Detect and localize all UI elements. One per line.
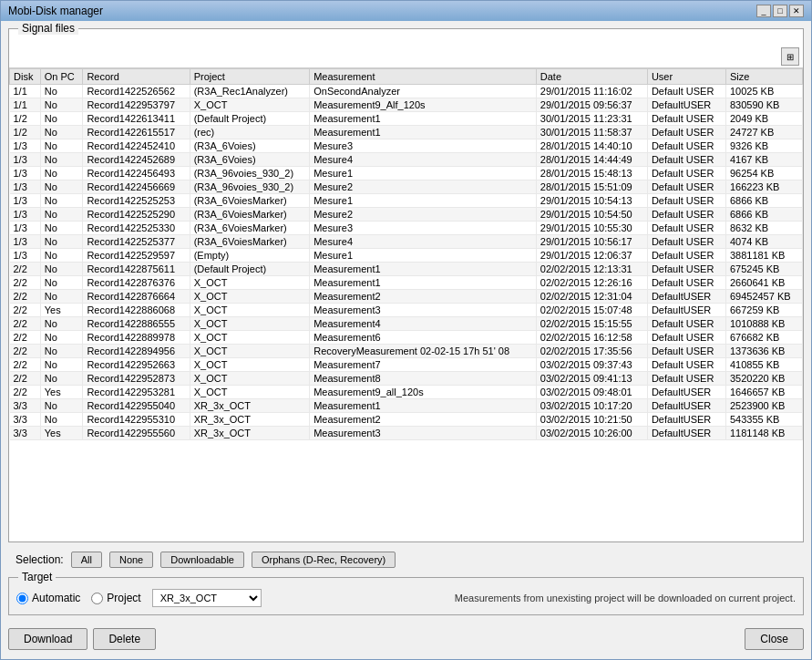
table-cell: Measurement7	[310, 358, 537, 372]
col-user: User	[647, 69, 725, 85]
window-title: Mobi-Disk manager	[8, 5, 103, 17]
table-row[interactable]: 1/3NoRecord1422452689(R3A_6Voies)Mesure4…	[10, 153, 803, 167]
close-window-button[interactable]: ✕	[789, 5, 804, 17]
table-row[interactable]: 1/3NoRecord1422456669(R3A_96voies_930_2)…	[10, 180, 803, 194]
all-button[interactable]: All	[71, 552, 102, 568]
table-cell: Record1422525377	[83, 235, 190, 249]
window-content: Signal files ⊞ Disk On PC Record Project…	[1, 21, 811, 659]
table-row[interactable]: 1/3NoRecord1422525377(R3A_6VoiesMarker)M…	[10, 235, 803, 249]
table-container[interactable]: Disk On PC Record Project Measurement Da…	[9, 68, 803, 541]
table-cell: Measurement1	[310, 263, 537, 276]
project-dropdown[interactable]: XR_3x_OCT	[152, 589, 262, 607]
columns-button[interactable]: ⊞	[781, 47, 799, 66]
table-row[interactable]: 2/2NoRecord1422876664X_OCTMeasurement202…	[10, 290, 803, 304]
table-cell: 3881181 KB	[725, 249, 802, 263]
table-cell: 1/3	[10, 167, 41, 180]
table-cell: 2/2	[10, 304, 41, 317]
table-cell: X_OCT	[190, 345, 310, 358]
table-cell: No	[40, 167, 83, 180]
table-row[interactable]: 1/1NoRecord1422953797X_OCTMeasurement9_A…	[10, 98, 803, 112]
table-cell: 24727 KB	[725, 126, 802, 139]
table-row[interactable]: 2/2NoRecord1422952663X_OCTMeasurement703…	[10, 358, 803, 372]
table-cell: 3/3	[10, 427, 41, 440]
table-cell: 1/3	[10, 180, 41, 194]
minimize-button[interactable]: _	[756, 5, 771, 17]
table-cell: 1/3	[10, 139, 41, 153]
table-cell: (R3A_96voies_930_2)	[190, 167, 310, 180]
table-row[interactable]: 1/3NoRecord1422525290(R3A_6VoiesMarker)M…	[10, 208, 803, 222]
table-cell: 2/2	[10, 358, 41, 372]
table-cell: No	[40, 290, 83, 304]
table-row[interactable]: 2/2NoRecord1422886555X_OCTMeasurement402…	[10, 317, 803, 331]
table-cell: 03/02/2015 09:48:01	[536, 386, 647, 399]
table-row[interactable]: 3/3NoRecord1422955040XR_3x_OCTMeasuremen…	[10, 399, 803, 413]
table-cell: 2/2	[10, 345, 41, 358]
table-row[interactable]: 1/3NoRecord1422525330(R3A_6VoiesMarker)M…	[10, 222, 803, 235]
table-cell: No	[40, 222, 83, 235]
col-on-pc: On PC	[40, 69, 83, 85]
none-button[interactable]: None	[109, 552, 153, 568]
downloadable-button[interactable]: Downloadable	[160, 552, 244, 568]
table-row[interactable]: 1/3NoRecord1422452410(R3A_6Voies)Mesure3…	[10, 139, 803, 153]
table-row[interactable]: 1/3NoRecord1422525253(R3A_6VoiesMarker)M…	[10, 194, 803, 208]
table-cell: Default USER	[647, 153, 725, 167]
table-cell: (Empty)	[190, 249, 310, 263]
maximize-button[interactable]: □	[773, 5, 787, 17]
main-window: Mobi-Disk manager _ □ ✕ Signal files ⊞ D…	[0, 0, 812, 660]
delete-button[interactable]: Delete	[93, 628, 156, 650]
table-cell: X_OCT	[190, 386, 310, 399]
table-cell: Measurement1	[310, 276, 537, 290]
table-cell: 1181148 KB	[725, 427, 802, 440]
table-cell: 2/2	[10, 263, 41, 276]
signal-files-label: Signal files	[18, 22, 78, 35]
table-row[interactable]: 2/2NoRecord1422889978X_OCTMeasurement602…	[10, 331, 803, 345]
table-cell: X_OCT	[190, 358, 310, 372]
table-row[interactable]: 2/2NoRecord1422952873X_OCTMeasurement803…	[10, 372, 803, 386]
project-radio-label: Project	[107, 592, 140, 604]
table-cell: Record1422889978	[83, 331, 190, 345]
table-cell: DefaultUSER	[647, 399, 725, 413]
table-row[interactable]: 3/3YesRecord1422955560XR_3x_OCTMeasureme…	[10, 427, 803, 440]
table-cell: No	[40, 98, 83, 112]
table-row[interactable]: 3/3NoRecord1422955310XR_3x_OCTMeasuremen…	[10, 413, 803, 427]
table-cell: Record1422952873	[83, 372, 190, 386]
table-row[interactable]: 2/2YesRecord1422886068X_OCTMeasurement30…	[10, 304, 803, 317]
table-cell: 3/3	[10, 399, 41, 413]
table-row[interactable]: 2/2NoRecord1422894956X_OCTRecoveryMeasur…	[10, 345, 803, 358]
table-cell: Record1422525290	[83, 208, 190, 222]
table-cell: Measurement3	[310, 427, 537, 440]
table-cell: 1/3	[10, 222, 41, 235]
close-button[interactable]: Close	[745, 628, 804, 650]
table-row[interactable]: 1/3NoRecord1422456493(R3A_96voies_930_2)…	[10, 167, 803, 180]
table-row[interactable]: 1/3NoRecord1422529597(Empty)Mesure129/01…	[10, 249, 803, 263]
table-row[interactable]: 1/2NoRecord1422615517(rec)Measurement130…	[10, 126, 803, 139]
table-cell: Measurement6	[310, 331, 537, 345]
orphans-button[interactable]: Orphans (D-Rec, Recovery)	[252, 552, 396, 568]
table-cell: 03/02/2015 09:41:13	[536, 372, 647, 386]
table-cell: 02/02/2015 15:15:55	[536, 317, 647, 331]
table-cell: X_OCT	[190, 304, 310, 317]
table-cell: Record1422955310	[83, 413, 190, 427]
table-cell: Default USER	[647, 249, 725, 263]
table-cell: XR_3x_OCT	[190, 413, 310, 427]
table-row[interactable]: 1/1NoRecord1422526562(R3A_Rec1Analyzer)O…	[10, 85, 803, 98]
table-row[interactable]: 2/2NoRecord1422875611(Default Project)Me…	[10, 263, 803, 276]
table-row[interactable]: 2/2NoRecord1422876376X_OCTMeasurement102…	[10, 276, 803, 290]
download-button[interactable]: Download	[8, 628, 87, 650]
table-cell: Mesure2	[310, 208, 537, 222]
table-cell: Record1422876664	[83, 290, 190, 304]
table-cell: 29/01/2015 12:06:37	[536, 249, 647, 263]
table-cell: 29/01/2015 09:56:37	[536, 98, 647, 112]
table-row[interactable]: 1/2NoRecord1422613411(Default Project)Me…	[10, 112, 803, 126]
table-cell: Record1422955040	[83, 399, 190, 413]
table-row[interactable]: 2/2YesRecord1422953281X_OCTMeasurement9_…	[10, 386, 803, 399]
table-cell: X_OCT	[190, 331, 310, 345]
project-radio[interactable]	[91, 593, 103, 604]
table-cell: 03/02/2015 10:26:00	[536, 427, 647, 440]
automatic-radio[interactable]	[16, 593, 28, 604]
table-cell: (R3A_6VoiesMarker)	[190, 222, 310, 235]
target-label: Target	[18, 571, 56, 583]
table-cell: No	[40, 180, 83, 194]
table-cell: XR_3x_OCT	[190, 399, 310, 413]
table-cell: Mesure1	[310, 249, 537, 263]
